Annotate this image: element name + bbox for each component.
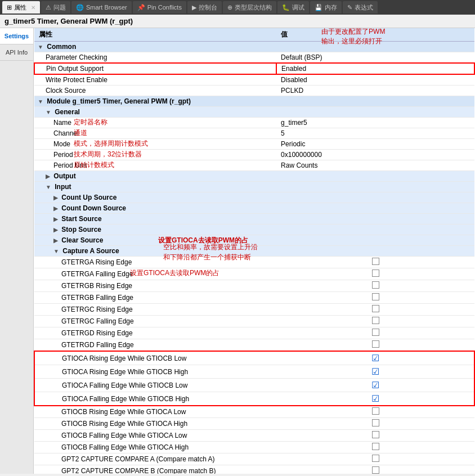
prop-gtetrgd-falling: GTETRGD Falling Edge	[34, 339, 276, 352]
prop-parameter-checking: Parameter Checking	[34, 52, 276, 64]
checkbox-gtetrgd-rising[interactable]	[372, 329, 379, 336]
tab-console[interactable]: ▶ 控制台	[187, 1, 222, 14]
val-gtioca-rising-low[interactable]: ☑	[276, 351, 474, 365]
properties-table: 属性 值 由于更改配置了PWM 输出，这里必须打开 ▼ Common	[34, 28, 475, 474]
checkbox-gtiocb-falling-low[interactable]	[372, 431, 379, 438]
col-val-header: 值 由于更改配置了PWM 输出，这里必须打开	[276, 28, 474, 42]
table-row: GTETRGA Rising Edge	[34, 257, 474, 268]
table-row: Mode 模式，选择周期计数模式 Periodic	[34, 139, 474, 150]
checkbox-gtetrgb-rising[interactable]	[372, 281, 379, 289]
val-pin-output: Enabled	[276, 63, 474, 74]
annotation-period: 技术周期，32位计数器	[74, 150, 142, 159]
checkbox-gtetrga-falling[interactable]	[372, 270, 379, 277]
val-period-unit: Raw Counts	[276, 160, 474, 171]
sidebar-item-api-info[interactable]: API Info	[0, 44, 33, 61]
val-gtioca-falling-high[interactable]: ☑	[276, 392, 474, 406]
tab-problems[interactable]: ⚠ 问题	[41, 1, 70, 14]
table-row: Name 定时器名称 g_timer5	[34, 118, 474, 128]
console-icon: ▶	[192, 4, 196, 11]
table-row: GPT2 CAPTURE COMPARE A (Compare match A)	[34, 453, 474, 465]
top-bar: ⊞ 属性 ✕ ⚠ 问题 🌐 Smart Browser 📌 Pin Confli…	[0, 0, 475, 15]
val-gpt2-capture-b[interactable]	[276, 465, 474, 474]
prop-gtiocb-falling-low: GTIOCB Falling Edge While GTIOCA Low	[34, 430, 276, 442]
val-gpt2-capture-a[interactable]	[276, 453, 474, 465]
prop-gtetrgc-falling: GTETRGC Falling Edge	[34, 316, 276, 327]
expand-capture-a-icon[interactable]: ▼	[53, 248, 59, 254]
pin-icon: 📌	[137, 4, 145, 11]
tab-debug[interactable]: 🐛 调试	[277, 1, 309, 14]
val-gtiocb-rising-high[interactable]	[276, 418, 474, 430]
tab-pin-conflicts[interactable]: 📌 Pin Conflicts	[133, 1, 186, 14]
checkbox-gtioca-rising-low[interactable]: ☑	[371, 353, 379, 363]
prop-clock-source: Clock Source	[34, 86, 276, 96]
annotation-capture-2: 设置GTIOCA去读取PWM的占	[130, 268, 219, 278]
expressions-icon: ✎	[347, 4, 352, 11]
checkbox-gtioca-falling-low[interactable]: ☑	[371, 380, 379, 390]
val-period: 0x100000000	[276, 150, 474, 160]
checkbox-gtetrgc-falling[interactable]	[372, 317, 379, 324]
tab-type-hierarchy[interactable]: ⊕ 类型层次结构	[223, 1, 276, 14]
subgroup-count-down: ▶ Count Down Source	[34, 203, 474, 214]
table-row: GTETRGD Falling Edge	[34, 339, 474, 352]
val-gtetrgd-falling[interactable]	[276, 339, 474, 352]
val-gtiocb-falling-high[interactable]	[276, 442, 474, 453]
val-gtetrgb-rising[interactable]	[276, 280, 474, 292]
expand-stop-icon[interactable]: ▶	[53, 227, 58, 233]
subgroup-capture-a: ▼ Capture A Source 设置GTIOCA去读取PWM的占	[34, 246, 474, 257]
tab-memory[interactable]: 💾 内存	[310, 1, 342, 14]
val-gtetrga-rising[interactable]	[276, 257, 474, 268]
expand-countdown-icon[interactable]: ▶	[53, 205, 58, 212]
table-row: Period Unit 原始计数模式 Raw Counts	[34, 160, 474, 171]
val-gtioca-rising-high[interactable]: ☑	[276, 365, 474, 379]
checkbox-gpt2-capture-b[interactable]	[372, 466, 379, 474]
expand-start-icon[interactable]: ▶	[53, 216, 58, 222]
prop-gpt2-capture-b: GPT2 CAPTURE COMPARE B (Compare match B)	[34, 465, 276, 474]
table-row: GTIOCB Rising Edge While GTIOCA Low	[34, 406, 474, 418]
val-gtioca-falling-low[interactable]: ☑	[276, 379, 474, 392]
main-container: Settings API Info 属性 值 由于更改配置了PWM 输出，这里必…	[0, 28, 475, 474]
val-gtiocb-rising-low[interactable]	[276, 406, 474, 418]
table-row: Channel 通道 5	[34, 128, 474, 139]
val-gtiocb-falling-low[interactable]	[276, 430, 474, 442]
subgroup-stop-source: ▶ Stop Source	[34, 224, 474, 235]
checkbox-gtiocb-falling-high[interactable]	[372, 443, 379, 450]
tab-properties[interactable]: ⊞ 属性 ✕	[2, 1, 40, 14]
expand-common-icon[interactable]: ▼	[38, 44, 43, 50]
expand-general-icon[interactable]: ▼	[46, 109, 51, 115]
tab-expressions[interactable]: ✎ 表达式	[343, 1, 378, 14]
checkbox-gtetrgc-rising[interactable]	[372, 305, 379, 312]
checkbox-gtetrga-rising[interactable]	[372, 258, 379, 265]
checkbox-gtetrgd-falling[interactable]	[372, 340, 379, 348]
table-row: GTETRGD Rising Edge	[34, 327, 474, 339]
subgroup-count-up: ▶ Count Up Source	[34, 192, 474, 203]
prop-gtiocb-rising-low: GTIOCB Rising Edge While GTIOCA Low	[34, 406, 276, 418]
table-row: GTETRGB Rising Edge	[34, 280, 474, 292]
expand-module-icon[interactable]: ▼	[38, 98, 43, 105]
checkbox-gtiocb-rising-low[interactable]	[372, 407, 379, 415]
close-tab-icon[interactable]: ✕	[31, 5, 35, 11]
checkbox-gtetrgb-falling[interactable]	[372, 293, 379, 300]
prop-channel: Channel 通道	[34, 128, 276, 139]
prop-gtetrgb-falling: GTETRGB Falling Edge 设置GTIOCA去读取PWM的占	[34, 292, 276, 304]
checkbox-gtioca-rising-high[interactable]: ☑	[371, 367, 379, 376]
val-parameter-checking: Default (BSP)	[276, 52, 474, 64]
checkbox-gtiocb-rising-high[interactable]	[372, 419, 379, 426]
val-gtetrgd-rising[interactable]	[276, 327, 474, 339]
val-gtetrgc-rising[interactable]	[276, 304, 474, 316]
table-row: GTIOCB Falling Edge While GTIOCA Low	[34, 430, 474, 442]
val-gtetrga-falling[interactable]	[276, 268, 474, 280]
tab-smart-browser[interactable]: 🌐 Smart Browser	[71, 1, 132, 14]
expand-output-icon[interactable]: ▶	[46, 173, 50, 179]
val-gtetrgc-falling[interactable]	[276, 316, 474, 327]
checkbox-gpt2-capture-a[interactable]	[372, 455, 379, 462]
val-gtetrgb-falling[interactable]	[276, 292, 474, 304]
checkbox-gtioca-falling-high[interactable]: ☑	[371, 394, 379, 403]
expand-input-icon[interactable]: ▼	[46, 184, 51, 190]
content-area[interactable]: 属性 值 由于更改配置了PWM 输出，这里必须打开 ▼ Common	[34, 28, 475, 474]
prop-period: Period 技术周期，32位计数器	[34, 150, 276, 160]
expand-clear-icon[interactable]: ▶	[53, 237, 58, 244]
sidebar-item-settings[interactable]: Settings	[0, 28, 33, 44]
table-row: GTETRGC Falling Edge	[34, 316, 474, 327]
group-module: ▼ Module g_timer5 Timer, General PWM (r_…	[34, 96, 474, 107]
expand-countup-icon[interactable]: ▶	[53, 195, 58, 201]
